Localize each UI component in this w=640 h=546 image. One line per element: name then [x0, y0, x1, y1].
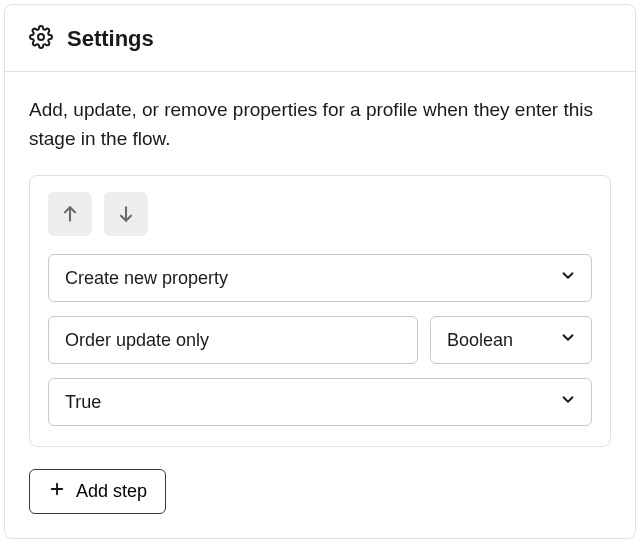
gear-icon	[29, 25, 53, 53]
property-name-select[interactable]: Order update only	[48, 316, 418, 364]
step-card: Create new property Order update only Bo…	[29, 175, 611, 447]
panel-body: Add, update, or remove properties for a …	[5, 72, 635, 538]
panel-header: Settings	[5, 5, 635, 72]
property-name-value: Order update only	[65, 330, 209, 351]
chevron-down-icon	[559, 391, 577, 414]
add-step-button[interactable]: Add step	[29, 469, 166, 514]
chevron-down-icon	[559, 329, 577, 352]
action-select[interactable]: Create new property	[48, 254, 592, 302]
add-step-label: Add step	[76, 481, 147, 502]
panel-title: Settings	[67, 26, 154, 52]
settings-panel: Settings Add, update, or remove properti…	[4, 4, 636, 539]
value-select-value: True	[65, 392, 101, 413]
property-type-select[interactable]: Boolean	[430, 316, 592, 364]
move-down-button[interactable]	[104, 192, 148, 236]
value-select[interactable]: True	[48, 378, 592, 426]
action-select-value: Create new property	[65, 268, 228, 289]
property-type-value: Boolean	[447, 330, 513, 351]
svg-point-0	[38, 34, 44, 40]
panel-description: Add, update, or remove properties for a …	[29, 96, 611, 153]
plus-icon	[48, 480, 66, 503]
reorder-row	[48, 192, 592, 236]
move-up-button[interactable]	[48, 192, 92, 236]
chevron-down-icon	[559, 267, 577, 290]
